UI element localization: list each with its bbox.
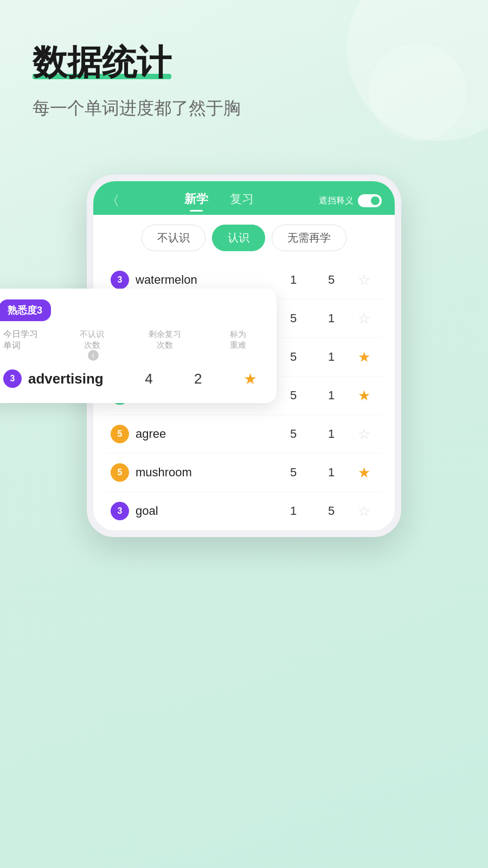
tab-new-learn[interactable]: 新学 (184, 191, 208, 210)
word-label: watermelon (136, 273, 197, 287)
info-icon: i (88, 350, 99, 361)
star-button[interactable]: ☆ (350, 272, 377, 289)
btn-recognized[interactable]: 认识 (212, 225, 265, 251)
level-circle: 5 (111, 463, 129, 482)
btn-no-need[interactable]: 无需再学 (272, 225, 346, 251)
table-row: 5 mushroom 5 1 ★ (106, 454, 382, 492)
stat2: 5 (312, 273, 350, 287)
topbar-nav: 〈 新学 复习 遮挡释义 (106, 191, 382, 215)
stat1: 5 (274, 350, 312, 364)
highlighted-star[interactable]: ★ (243, 370, 257, 388)
row-word-left: 5 agree (111, 425, 274, 443)
btn-unrecognized[interactable]: 不认识 (142, 225, 206, 251)
stat1: 5 (274, 427, 312, 441)
recognition-buttons: 不认识 认识 无需再学 (93, 215, 395, 261)
stat2: 1 (312, 311, 350, 326)
phone-topbar: 〈 新学 复习 遮挡释义 (93, 181, 395, 215)
highlighted-word-row: 3 advertising 4 2 ★ (0, 365, 261, 392)
stat1: 5 (274, 388, 312, 403)
row-word-left: 5 mushroom (111, 463, 274, 482)
level-circle: 3 (111, 502, 129, 520)
stat2: 1 (312, 350, 350, 364)
row-word-left: 3 goal (111, 502, 274, 520)
tab-review[interactable]: 复习 (230, 191, 254, 210)
word-label: goal (136, 504, 158, 518)
star-button[interactable]: ★ (350, 464, 377, 481)
level-circle: 5 (111, 425, 129, 443)
page-header: 数据统计 每一个单词进度都了然于胸 (0, 0, 488, 142)
page-title: 数据统计 (33, 43, 171, 81)
stat1: 5 (274, 465, 312, 480)
word-label: agree (136, 427, 166, 441)
th-remaining: 剩余复习 次数 (146, 329, 184, 361)
highlighted-stat2: 2 (194, 371, 202, 387)
stat1: 1 (274, 273, 312, 287)
stat2: 5 (312, 504, 350, 518)
star-button[interactable]: ★ (350, 387, 377, 404)
level-circle: 3 (111, 271, 129, 289)
star-button[interactable]: ☆ (350, 426, 377, 443)
back-button[interactable]: 〈 (106, 192, 119, 209)
nav-tabs: 新学 复习 (184, 191, 254, 210)
stat2: 1 (312, 465, 350, 480)
hide-meaning-label: 遮挡释义 (319, 195, 354, 207)
stat1: 1 (274, 504, 312, 518)
card-header-row: 今日学习 单词 不认识 次数 i 剩余复习 次数 标为 重难 (0, 329, 261, 361)
stat2: 1 (312, 388, 350, 403)
highlighted-stat1: 4 (145, 371, 152, 387)
stat2: 1 (312, 427, 350, 441)
th-unrecognized: 不认识 次数 i (73, 329, 111, 361)
word-label: mushroom (136, 465, 192, 480)
level-badge: 3 (3, 369, 22, 388)
star-button[interactable]: ☆ (350, 310, 377, 327)
highlighted-word: 3 advertising (3, 369, 104, 388)
star-button[interactable]: ★ (350, 349, 377, 366)
phone-container: 熟悉度3 今日学习 单词 不认识 次数 i 剩余复习 次数 标为 重难 (0, 175, 488, 537)
table-row: 5 agree 5 1 ☆ (106, 415, 382, 454)
th-mark: 标为 重难 (219, 329, 257, 361)
row-word-left: 3 watermelon (111, 271, 274, 289)
th-today-word: 今日学习 单词 (3, 329, 38, 361)
hide-meaning-area: 遮挡释义 (319, 194, 382, 207)
page-subtitle: 每一个单词进度都了然于胸 (33, 97, 455, 120)
stat1: 5 (274, 311, 312, 326)
table-row: 3 goal 1 5 ☆ (106, 492, 382, 531)
hide-meaning-toggle[interactable] (358, 194, 382, 207)
star-button[interactable]: ☆ (350, 503, 377, 520)
floating-card: 熟悉度3 今日学习 单词 不认识 次数 i 剩余复习 次数 标为 重难 (0, 289, 277, 403)
familiarity-badge: 熟悉度3 (0, 299, 51, 321)
